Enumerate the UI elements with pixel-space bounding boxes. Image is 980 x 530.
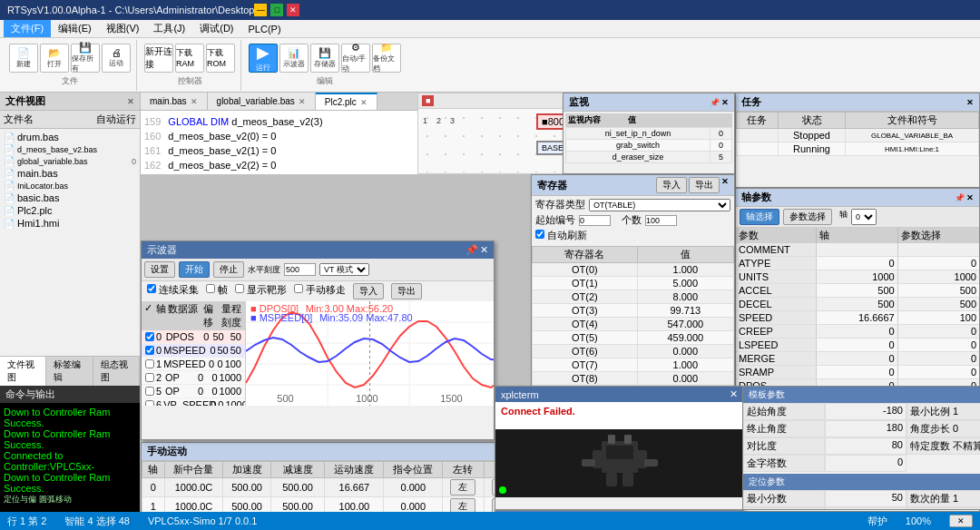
file-item-inilocator[interactable]: 📄IniLocator.bas	[2, 180, 138, 191]
scope-target-label[interactable]: 显示靶形	[235, 283, 287, 299]
tab-global-close[interactable]: ✕	[299, 97, 306, 106]
menu-tools[interactable]: 工具(J)	[146, 20, 192, 37]
storage-row-6: OT(6)0.000	[533, 345, 734, 358]
left-btn-1[interactable]: 左	[450, 498, 475, 512]
scope-channel-2[interactable]: 1 MSPEED 0 0 100	[142, 358, 245, 371]
monitor-close-icon[interactable]: ✕	[721, 98, 729, 107]
menu-plc[interactable]: PLC(P)	[241, 22, 289, 36]
file-item-basic[interactable]: 📄basic.bas	[2, 191, 138, 204]
axis-params-tab[interactable]: 参数选择	[783, 209, 832, 225]
tab-plc2[interactable]: Plc2.plc ✕	[316, 93, 377, 110]
menu-file[interactable]: 文件(F)	[4, 20, 51, 37]
menu-debug[interactable]: 调试(D)	[192, 20, 240, 37]
maximize-button[interactable]: □	[270, 4, 283, 16]
scope-continuous-label[interactable]: 连续采集	[147, 283, 199, 299]
axis-pin-icon[interactable]: 📌	[955, 193, 965, 202]
print-button[interactable]: 🖨运动	[102, 44, 131, 73]
menu-edit[interactable]: 编辑(E)	[51, 20, 99, 37]
scope-handmove-check[interactable]	[294, 284, 303, 293]
file-item-dmeos[interactable]: 📄d_meos_base_v2.bas	[2, 143, 138, 155]
storage-row-7: OT(7)1.000	[533, 358, 734, 372]
storage-start-input[interactable]	[579, 215, 611, 226]
scope-handmove-label[interactable]: 手动移走	[294, 283, 346, 299]
storage-import-button[interactable]: 导入	[656, 177, 687, 193]
scope-channel-3[interactable]: 2 OP 0 0 1000	[142, 371, 245, 385]
channel-1-check[interactable]	[145, 346, 154, 355]
tab-global-bas[interactable]: global_variable.bas ✕	[208, 93, 316, 110]
file-item-hmi1[interactable]: 📄Hmi1.hmi	[2, 217, 138, 230]
scope-stop-button[interactable]: 停止	[213, 261, 244, 278]
storage-table-container: 寄存器名 值 OT(0)1.000 OT(1)5.000 OT(2)8.000 …	[532, 246, 734, 386]
close-button[interactable]: ✕	[287, 4, 299, 16]
channel-0-check[interactable]	[145, 332, 154, 341]
memory-button[interactable]: 💾存储器	[310, 44, 339, 73]
scope-continuous-check[interactable]	[147, 284, 156, 293]
minimize-button[interactable]: —	[254, 4, 267, 16]
scope-channel-0[interactable]: 0 DPOS 0 50 50	[142, 330, 245, 344]
scope-settings-button[interactable]: 设置	[144, 261, 175, 278]
file-item-global[interactable]: 📄global_variable.bas 0	[2, 155, 138, 167]
scope-import-button[interactable]: 导入	[353, 283, 384, 299]
scope-horiz-input[interactable]	[284, 263, 316, 276]
task-panel: 任务 ✕ 任务 状态 文件和符号 Stopped GLOBAL_VARIABLE…	[735, 93, 980, 188]
scope-channel-1[interactable]: 0 MSPEED 0 50 50	[142, 344, 245, 358]
storage-auto-check[interactable]	[535, 230, 544, 239]
scope-panel-title[interactable]: 示波器 📌 ✕	[142, 241, 494, 259]
storage-type-select[interactable]: OT(TABLE)	[589, 199, 730, 211]
file-item-main[interactable]: 📄main.bas	[2, 167, 138, 180]
file-item-drum[interactable]: 📄drum.bas	[2, 131, 138, 143]
oscilloscope-button[interactable]: 📊示波器	[279, 44, 309, 73]
new-button[interactable]: 📄新建	[9, 44, 38, 73]
file-item-plc2[interactable]: 📄Plc2.plc	[2, 204, 138, 217]
storage-count-input[interactable]	[645, 215, 677, 226]
backup-button[interactable]: 📁备份文档	[372, 44, 401, 73]
storage-col-val: 值	[637, 247, 733, 263]
scope-export-button[interactable]: 导出	[391, 283, 422, 299]
special-degree-label: 特定度数 不精算	[906, 437, 980, 455]
axis-close-icon[interactable]: ✕	[966, 193, 974, 202]
download-rom-button[interactable]: 下载ROM	[206, 44, 235, 73]
channel-5-check[interactable]	[145, 400, 154, 406]
status-close-btn[interactable]: ✕	[949, 515, 973, 527]
scope-close-icon[interactable]: ✕	[480, 244, 488, 256]
tab-label-edit[interactable]: 标签编辑	[46, 357, 93, 386]
tab-main-close[interactable]: ✕	[191, 97, 198, 106]
axis-select-tab[interactable]: 轴选择	[740, 209, 779, 225]
tab-config-view[interactable]: 组态视图	[93, 357, 140, 386]
xplc-close-icon[interactable]: ✕	[730, 388, 738, 400]
scope-frames-label[interactable]: 帧	[206, 283, 228, 299]
scope-channel-4[interactable]: 5 OP 0 0 1000	[142, 385, 245, 398]
storage-close-icon[interactable]: ✕	[721, 177, 729, 193]
tab-file-view[interactable]: 文件视图	[0, 357, 46, 386]
param-row-decel: DECEL 500 500	[736, 298, 979, 311]
xplc-title-bar[interactable]: xplcterm ✕	[495, 387, 743, 402]
scope-start-button[interactable]: 开始	[179, 261, 210, 278]
file-panel-close[interactable]: ✕	[127, 97, 134, 106]
start-angle-label: 起始角度	[743, 403, 825, 420]
download-ram-button[interactable]: 下载RAM	[175, 44, 204, 73]
run-button[interactable]: ▶运行	[249, 44, 278, 73]
scope-target-check[interactable]	[235, 284, 244, 293]
task-close-icon[interactable]: ✕	[966, 98, 974, 107]
save-all-button[interactable]: 💾保存所有	[71, 44, 100, 73]
scope-channel-5[interactable]: 6 VP_SPEED 0 0 1000	[142, 398, 245, 406]
app-title: RTSysV1.00.0Alpha-1 - C:\Users\Administr…	[7, 5, 254, 15]
monitor-pin-icon[interactable]: 📌	[710, 98, 720, 107]
new-project-button[interactable]: 新开连接	[144, 44, 173, 73]
channel-4-check[interactable]	[145, 387, 154, 396]
scope-vt-select[interactable]: VT 模式	[319, 263, 369, 276]
max-compare2-label: 对比度 40	[906, 507, 980, 510]
left-btn-0[interactable]: 左	[450, 479, 475, 496]
menu-view[interactable]: 视图(V)	[99, 20, 147, 37]
axis-number-select[interactable]: 012	[851, 209, 877, 225]
min-score-val: 50	[825, 490, 906, 507]
scope-pin-icon[interactable]: 📌	[466, 244, 478, 256]
auto-manual-button[interactable]: ⚙自动/手动	[341, 44, 370, 73]
channel-2-check[interactable]	[145, 359, 154, 368]
scope-frames-check[interactable]	[206, 284, 215, 293]
open-button[interactable]: 📂打开	[40, 44, 69, 73]
tab-plc2-close[interactable]: ✕	[360, 98, 368, 107]
tab-main-bas[interactable]: main.bas ✕	[141, 93, 208, 110]
channel-3-check[interactable]	[145, 373, 154, 382]
storage-export-button[interactable]: 导出	[689, 177, 720, 193]
